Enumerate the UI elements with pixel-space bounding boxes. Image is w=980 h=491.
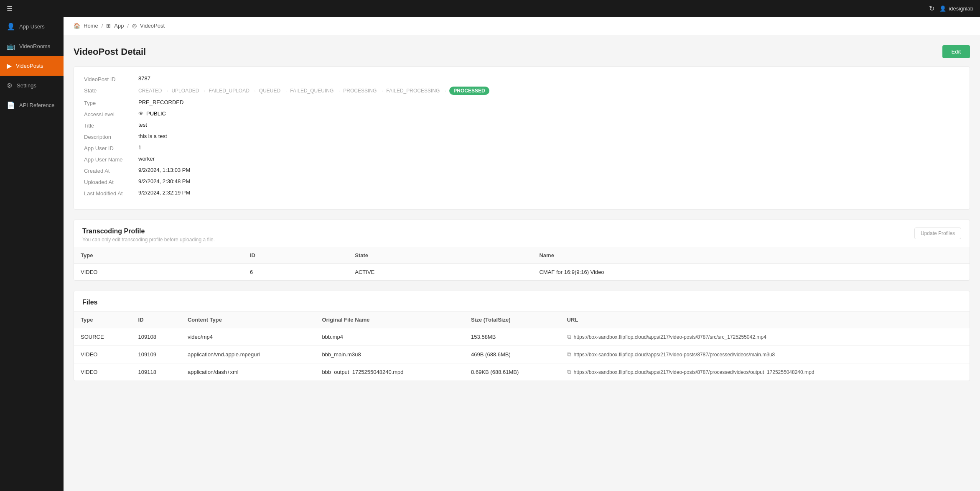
transcoding-cell-state: ACTIVE	[348, 264, 532, 281]
state-step: PROCESSED	[449, 87, 489, 95]
videopost-icon: ◎	[132, 23, 137, 29]
file-cell-url: ⧉ https://box-sandbox.flipflop.cloud/app…	[560, 328, 970, 346]
sidebar-item-settings[interactable]: ⚙ Settings	[0, 76, 64, 95]
url-text: https://box-sandbox.flipflop.cloud/apps/…	[574, 334, 766, 340]
topbar: ☰ ↻ 👤 idesignlab	[0, 0, 980, 17]
state-step: PROCESSING	[343, 88, 377, 94]
breadcrumb: 🏠 Home / ⊞ App / ◎ VideoPost	[64, 17, 980, 35]
file-col-type: Type	[74, 312, 132, 328]
file-col-content-type: Content Type	[181, 312, 315, 328]
state-row: State CREATED→UPLOADED→FAILED_UPLOAD→QUE…	[84, 87, 960, 95]
breadcrumb-sep-1: /	[102, 23, 103, 29]
sidebar-item-app-users[interactable]: 👤 App Users	[0, 17, 64, 36]
gear-icon: ⚙	[7, 82, 13, 90]
copy-icon[interactable]: ⧉	[567, 351, 571, 358]
copy-icon[interactable]: ⧉	[567, 368, 571, 376]
state-label: State	[84, 87, 138, 94]
files-section: Files Type ID Content Type Original File…	[74, 291, 970, 381]
title-value: test	[138, 122, 147, 128]
state-arrow: →	[283, 88, 288, 93]
transcoding-cell-type: VIDEO	[74, 264, 243, 281]
col-type: Type	[74, 247, 243, 264]
file-col-id: ID	[132, 312, 181, 328]
menu-icon[interactable]: ☰	[7, 5, 13, 13]
app-user-name-row: App User Name worker	[84, 156, 960, 163]
transcoding-profile-section: Transcoding Profile You can only edit tr…	[74, 220, 970, 281]
sidebar-label-videoposts: VideoPosts	[16, 63, 43, 69]
breadcrumb-current: VideoPost	[140, 23, 165, 29]
access-level-text: PUBLIC	[146, 110, 166, 117]
page-header: VideoPost Detail Edit	[74, 45, 970, 58]
table-row: VIDEO 109109 application/vnd.apple.mpegu…	[74, 346, 970, 363]
type-value: PRE_RECORDED	[138, 99, 183, 105]
uploaded-at-label: Uploaded At	[84, 178, 138, 185]
app-user-name-value: worker	[138, 156, 155, 162]
transcoding-table: Type ID State Name VIDEO 6 ACTIVE CMAF f…	[74, 247, 970, 280]
access-level-label: AccessLevel	[84, 110, 138, 118]
breadcrumb-home[interactable]: Home	[84, 23, 98, 29]
description-row: Description this is a test	[84, 133, 960, 140]
sidebar-item-videorooms[interactable]: 📺 VideoRooms	[0, 36, 64, 56]
breadcrumb-sep-2: /	[127, 23, 129, 29]
title-label: Title	[84, 122, 138, 129]
sidebar-label-settings: Settings	[17, 82, 36, 89]
file-cell-url: ⧉ https://box-sandbox.flipflop.cloud/app…	[560, 346, 970, 363]
state-arrow: →	[379, 88, 384, 93]
transcoding-title-block: Transcoding Profile You can only edit tr…	[82, 228, 215, 243]
created-at-value: 9/2/2024, 1:13:03 PM	[138, 167, 190, 173]
file-cell-id: 109118	[132, 363, 181, 381]
app-user-id-row: App User ID 1	[84, 144, 960, 151]
transcoding-cell-name: CMAF for 16:9(9:16) Video	[532, 264, 970, 281]
access-level-value: 👁 PUBLIC	[138, 110, 166, 117]
user-menu[interactable]: 👤 idesignlab	[939, 5, 973, 12]
state-arrow: →	[442, 88, 447, 93]
update-profiles-button[interactable]: Update Profiles	[914, 228, 961, 239]
play-icon: ▶	[7, 62, 12, 70]
state-step: CREATED	[138, 88, 162, 94]
last-modified-label: Last Modified At	[84, 189, 138, 197]
transcoding-profile-header: Transcoding Profile You can only edit tr…	[74, 220, 970, 247]
edit-button[interactable]: Edit	[942, 45, 970, 58]
file-col-size: Size (TotalSize)	[464, 312, 560, 328]
file-cell-content-type: video/mp4	[181, 328, 315, 346]
table-row: SOURCE 109108 video/mp4 bbb.mp4 153.58MB…	[74, 328, 970, 346]
file-cell-size: 153.58MB	[464, 328, 560, 346]
state-arrow: →	[336, 88, 341, 93]
username-label: idesignlab	[949, 5, 973, 12]
eye-icon: 👁	[138, 110, 144, 117]
file-cell-type: SOURCE	[74, 328, 132, 346]
description-label: Description	[84, 133, 138, 140]
state-step: FAILED_UPLOAD	[209, 88, 249, 94]
table-row: VIDEO 109118 application/dash+xml bbb_ou…	[74, 363, 970, 381]
videopost-id-row: VideoPost ID 8787	[84, 75, 960, 82]
copy-icon[interactable]: ⧉	[567, 333, 571, 340]
title-row: Title test	[84, 122, 960, 129]
state-step: UPLOADED	[171, 88, 199, 94]
page-title: VideoPost Detail	[74, 46, 146, 57]
file-cell-size: 469B (688.6MB)	[464, 346, 560, 363]
sidebar-item-videoposts[interactable]: ▶ VideoPosts	[0, 56, 64, 76]
state-arrow: →	[164, 88, 169, 93]
file-cell-content-type: application/dash+xml	[181, 363, 315, 381]
user-icon: 👤	[7, 23, 15, 31]
file-cell-original-name: bbb_main.m3u8	[315, 346, 464, 363]
main-content: 🏠 Home / ⊞ App / ◎ VideoPost VideoPost D…	[64, 17, 980, 491]
col-id: ID	[243, 247, 348, 264]
state-step: QUEUED	[259, 88, 280, 94]
created-at-label: Created At	[84, 167, 138, 174]
breadcrumb-app[interactable]: App	[114, 23, 124, 29]
state-arrow: →	[201, 88, 206, 93]
detail-card: VideoPost ID 8787 State CREATED→UPLOADED…	[74, 66, 970, 210]
sidebar-label-api-reference: API Reference	[19, 102, 55, 108]
created-at-row: Created At 9/2/2024, 1:13:03 PM	[84, 167, 960, 174]
transcoding-cell-id: 6	[243, 264, 348, 281]
state-arrow: →	[252, 88, 257, 93]
file-cell-type: VIDEO	[74, 346, 132, 363]
user-avatar-icon: 👤	[939, 5, 946, 12]
sidebar-label-videorooms: VideoRooms	[19, 43, 50, 49]
sidebar: 👤 App Users 📺 VideoRooms ▶ VideoPosts ⚙ …	[0, 17, 64, 491]
file-col-original-name: Original File Name	[315, 312, 464, 328]
sidebar-item-api-reference[interactable]: 📄 API Reference	[0, 95, 64, 115]
refresh-icon[interactable]: ↻	[929, 5, 934, 13]
file-cell-size: 8.69KB (688.61MB)	[464, 363, 560, 381]
